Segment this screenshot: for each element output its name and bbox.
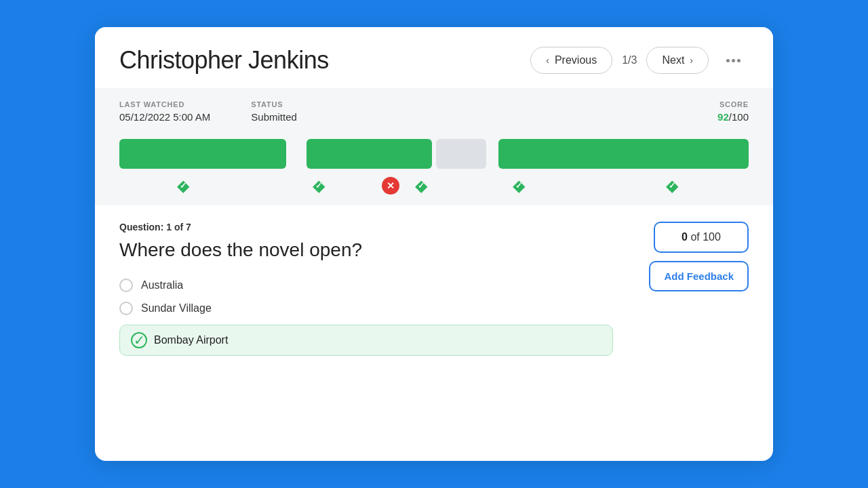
question-score-max: 100 bbox=[703, 231, 721, 243]
dot-icon bbox=[732, 59, 735, 62]
progress-icon-4 bbox=[406, 178, 437, 194]
correct-check-icon: ✓ bbox=[131, 332, 147, 348]
progress-section: ✕ bbox=[95, 132, 773, 205]
status-label: STATUS bbox=[251, 100, 297, 108]
status-section: STATUS Submitted bbox=[251, 100, 297, 123]
progress-segment-4 bbox=[498, 139, 749, 169]
main-card: Christopher Jenkins ‹ Previous 1/3 Next … bbox=[95, 27, 773, 461]
check-diamond-icon bbox=[664, 178, 680, 194]
chevron-left-icon: ‹ bbox=[546, 55, 549, 66]
check-diamond-icon bbox=[413, 178, 429, 194]
navigation-area: ‹ Previous 1/3 Next › bbox=[530, 47, 749, 74]
score-number: 92 bbox=[717, 111, 729, 123]
add-feedback-button[interactable]: Add Feedback bbox=[649, 261, 749, 291]
progress-segment-2 bbox=[307, 139, 432, 169]
question-score-separator: of bbox=[690, 231, 703, 243]
page-title: Christopher Jenkins bbox=[119, 46, 329, 75]
question-meta: Question: 1 of 7 bbox=[119, 222, 613, 232]
header: Christopher Jenkins ‹ Previous 1/3 Next … bbox=[95, 27, 773, 88]
question-text: Where does the novel open? bbox=[119, 238, 613, 262]
progress-segment-1 bbox=[119, 139, 286, 169]
option-1[interactable]: Australia bbox=[119, 279, 613, 292]
last-watched-label: LAST WATCHED bbox=[119, 100, 210, 108]
dot-icon bbox=[726, 59, 730, 62]
last-watched-section: LAST WATCHED 05/12/2022 5:00 AM bbox=[119, 100, 210, 123]
previous-button[interactable]: ‹ Previous bbox=[530, 47, 612, 74]
cross-icon: ✕ bbox=[382, 177, 399, 195]
option-1-label: Australia bbox=[141, 279, 183, 291]
progress-icon-5 bbox=[441, 178, 595, 194]
score-label: SCORE bbox=[719, 100, 749, 108]
chevron-right-icon: › bbox=[690, 55, 693, 66]
progress-segment-3 bbox=[436, 139, 486, 169]
score-value: 92/100 bbox=[717, 111, 749, 123]
next-button[interactable]: Next › bbox=[646, 47, 709, 74]
question-left: Question: 1 of 7 Where does the novel op… bbox=[119, 222, 613, 356]
progress-bar bbox=[119, 139, 749, 169]
status-value: Submitted bbox=[251, 111, 297, 123]
question-score-box: 0 of 100 bbox=[654, 222, 749, 253]
option-3-label: Bombay Airport bbox=[154, 334, 228, 346]
page-indicator: 1/3 bbox=[622, 54, 637, 66]
progress-icon-6 bbox=[595, 178, 749, 194]
radio-circle bbox=[119, 279, 133, 292]
more-options-button[interactable] bbox=[718, 54, 749, 68]
question-section: Question: 1 of 7 Where does the novel op… bbox=[95, 205, 773, 367]
radio-circle bbox=[119, 302, 133, 315]
info-bar: LAST WATCHED 05/12/2022 5:00 AM STATUS S… bbox=[95, 88, 773, 132]
progress-icons-row: ✕ bbox=[119, 174, 749, 205]
option-2[interactable]: Sundar Village bbox=[119, 302, 613, 315]
check-diamond-icon bbox=[511, 178, 527, 194]
option-2-label: Sundar Village bbox=[141, 302, 212, 314]
progress-icon-2 bbox=[262, 178, 375, 194]
check-diamond-icon bbox=[175, 178, 191, 194]
progress-icon-1 bbox=[119, 178, 248, 194]
check-diamond-icon bbox=[311, 178, 327, 194]
option-3-correct[interactable]: ✓ Bombay Airport bbox=[119, 325, 613, 356]
dot-icon bbox=[737, 59, 741, 62]
question-right: 0 of 100 Add Feedback bbox=[627, 222, 749, 356]
question-score-value: 0 bbox=[682, 231, 688, 243]
options-list: Australia Sundar Village ✓ Bombay Airpor… bbox=[119, 279, 613, 356]
last-watched-value: 05/12/2022 5:00 AM bbox=[119, 111, 210, 123]
score-section: SCORE 92/100 bbox=[717, 100, 749, 123]
progress-icon-3: ✕ bbox=[375, 177, 406, 195]
